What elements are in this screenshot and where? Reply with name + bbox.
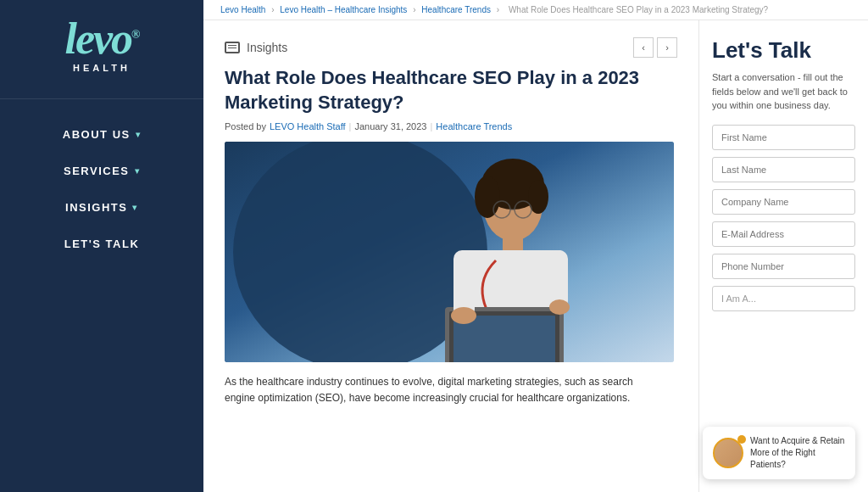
- nav-item-services[interactable]: SERVICES ▾: [0, 153, 203, 189]
- posted-by-label: Posted by: [225, 121, 266, 131]
- logo-text: levo: [64, 14, 131, 63]
- content-area: Insights ‹ › What Role Does Healthcare S…: [203, 20, 868, 492]
- insights-text: Insights: [247, 41, 287, 54]
- nav-menu: ABOUT US ▾ SERVICES ▾ INSIGHTS ▾ LET'S T…: [0, 99, 203, 262]
- svg-point-4: [475, 176, 500, 218]
- insights-header: Insights ‹ ›: [225, 37, 677, 58]
- nav-label-insights: INSIGHTS: [65, 201, 127, 214]
- breadcrumb-current: What Role Does Healthcare SEO Play in a …: [509, 5, 768, 14]
- first-name-input[interactable]: [712, 125, 855, 150]
- i-am-a-select[interactable]: I Am A... Patient Provider Health System…: [712, 286, 855, 311]
- article-author[interactable]: LEVO Health Staff: [270, 121, 346, 131]
- chevron-icon-services: ▾: [135, 166, 141, 176]
- svg-point-18: [549, 299, 570, 315]
- right-panel: Let's Talk Start a conversation - fill o…: [698, 20, 868, 492]
- lets-talk-desc: Start a conversation - fill out the fiel…: [712, 70, 855, 113]
- next-article-button[interactable]: ›: [657, 37, 677, 58]
- chat-text: Want to Acquire & Retain More of the Rig…: [750, 435, 845, 471]
- nav-item-letstalk[interactable]: LET'S TALK: [0, 226, 203, 262]
- article-title: What Role Does Healthcare SEO Play in a …: [225, 66, 665, 115]
- nav-item-about[interactable]: ABOUT US ▾: [0, 116, 203, 153]
- logo-subtitle: HEALTH: [73, 63, 131, 73]
- nav-label-letstalk: LET'S TALK: [64, 238, 140, 250]
- lets-talk-title: Let's Talk: [712, 37, 855, 64]
- article-image: [225, 142, 674, 362]
- breadcrumb-levo-health[interactable]: Levo Health: [220, 5, 265, 14]
- breadcrumb: Levo Health › Levo Health – Healthcare I…: [203, 0, 868, 20]
- svg-point-17: [451, 307, 476, 324]
- chat-notification-dot: [737, 435, 746, 444]
- chevron-icon-about: ▾: [136, 130, 142, 139]
- article-body: As the healthcare industry continues to …: [225, 374, 665, 406]
- nav-item-insights[interactable]: INSIGHTS ▾: [0, 189, 203, 226]
- chevron-icon-insights: ▾: [132, 203, 138, 212]
- breadcrumb-insights[interactable]: Levo Health – Healthcare Insights: [280, 5, 407, 14]
- insights-label: Insights: [225, 41, 287, 54]
- insights-icon: [225, 42, 240, 53]
- last-name-input[interactable]: [712, 157, 855, 182]
- article-category[interactable]: Healthcare Trends: [436, 121, 512, 131]
- article-section: Insights ‹ › What Role Does Healthcare S…: [203, 20, 698, 492]
- article-nav-arrows: ‹ ›: [633, 37, 677, 58]
- chat-avatar-container: [713, 438, 743, 468]
- logo-area: levo® HEALTH: [0, 17, 203, 99]
- logo-reg: ®: [131, 28, 138, 41]
- article-image-svg: [225, 142, 674, 362]
- chat-bubble[interactable]: Want to Acquire & Retain More of the Rig…: [703, 427, 855, 479]
- sidebar: levo® HEALTH ABOUT US ▾ SERVICES ▾ INSIG…: [0, 0, 203, 492]
- phone-input[interactable]: [712, 254, 855, 279]
- logo: levo®: [64, 17, 138, 61]
- prev-article-button[interactable]: ‹: [633, 37, 654, 58]
- nav-label-services: SERVICES: [64, 165, 130, 177]
- main-area: Levo Health › Levo Health – Healthcare I…: [203, 0, 868, 492]
- article-date: January 31, 2023: [354, 121, 426, 131]
- breadcrumb-trends[interactable]: Healthcare Trends: [421, 5, 491, 14]
- nav-label-about: ABOUT US: [63, 128, 131, 141]
- email-input[interactable]: [712, 221, 855, 247]
- company-name-input[interactable]: [712, 189, 855, 215]
- article-meta: Posted by LEVO Health Staff | January 31…: [225, 121, 677, 131]
